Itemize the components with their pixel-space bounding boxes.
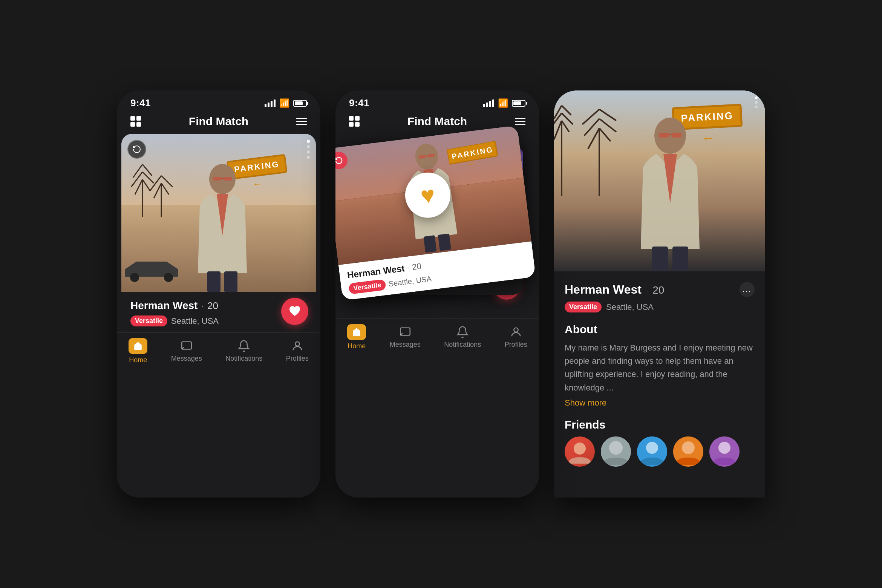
more-dots-icon: ... [743,285,752,294]
front-age-2: 20 [412,261,422,272]
nav-messages-2[interactable]: Messages [390,326,421,349]
person-svg-1 [185,160,260,292]
status-time-2: 9:41 [349,97,369,109]
svg-point-28 [574,443,586,455]
detail-name-row: Herman West · 20 ... [565,282,755,297]
svg-rect-1 [207,271,220,292]
grid-icon-2[interactable] [349,116,360,127]
undo-button-1[interactable] [127,140,146,159]
friends-title: Friends [565,418,755,431]
svg-rect-23 [659,133,669,138]
card-age-1: 20 [207,300,218,312]
notifications-icon-1 [237,340,250,352]
nav-home-label-2: Home [348,342,366,350]
svg-point-14 [414,142,439,171]
svg-rect-26 [652,247,668,271]
home-icon-1 [129,338,147,354]
nav-messages-label-2: Messages [390,341,421,349]
svg-line-17 [426,156,427,156]
like-button-1[interactable] [281,298,308,325]
nav-notifications-1[interactable]: Notifications [225,340,262,363]
nav-messages-1[interactable]: Messages [171,340,202,363]
show-more-button[interactable]: Show more [565,398,755,408]
detail-age: 20 [652,284,664,296]
about-section: About My name is Mary Burgess and I enjo… [565,323,755,408]
svg-rect-3 [213,177,221,181]
status-icons-2: 📶 [483,98,525,108]
top-nav-1: Find Match [117,112,320,134]
profiles-icon-2 [510,326,522,338]
detail-tags: Versatile Seattle, USA [565,302,755,312]
battery-icon-1 [293,100,307,107]
nav-title-1: Find Match [189,115,248,128]
messages-icon-2 [399,326,412,338]
nav-home-2[interactable]: Home [347,324,366,350]
friend-avatar-3[interactable] [637,436,667,467]
phone-1: 9:41 📶 Find Ma [117,90,320,498]
detail-photo-dots [755,96,758,108]
messages-icon-1 [180,340,193,352]
card-area-1: PARKING ← [117,134,320,332]
front-tag-2: Versatile [348,279,386,294]
card-front-2: PARKING ← [335,125,536,300]
nav-notifications-label-1: Notifications [225,355,262,363]
svg-rect-18 [424,235,437,253]
home-icon-2 [347,324,366,340]
svg-point-34 [682,441,695,454]
notifications-icon-2 [456,326,469,338]
detail-info: Herman West · 20 ... Versatile Seattle, … [554,271,765,474]
photo-dots-1 [307,140,310,159]
profile-card-1: PARKING ← [121,134,316,332]
grid-icon-1[interactable] [130,116,141,127]
nav-profiles-label-2: Profiles [505,341,527,349]
menu-icon-1[interactable] [296,118,307,125]
signal-icon-1 [265,100,276,107]
friend-avatar-4[interactable] [673,436,703,467]
menu-icon-2[interactable] [515,118,525,125]
svg-point-36 [718,442,730,454]
nav-profiles-2[interactable]: Profiles [505,326,527,349]
status-time-1: 9:41 [130,97,151,109]
svg-point-6 [130,273,139,282]
profile-detail-panel: PARKING ← [554,90,765,498]
svg-rect-27 [672,247,688,271]
about-title: About [565,323,755,336]
svg-rect-2 [224,271,237,292]
person-svg-detail [621,113,719,271]
nav-title-2: Find Match [407,115,467,128]
versatile-tag-1: Versatile [130,315,167,326]
detail-photo: PARKING ← [554,90,765,271]
detail-name: Herman West [565,283,642,296]
nav-profiles-1[interactable]: Profiles [286,340,309,363]
svg-rect-24 [672,133,681,138]
card-image-1: PARKING ← [121,134,316,292]
nav-profiles-label-1: Profiles [286,355,309,363]
swipe-area-2: Jo... Versatile Seattle, USA [335,134,539,318]
friends-row [565,436,755,467]
card-location-1: Seattle, USA [171,316,219,326]
svg-point-32 [646,442,658,454]
status-icons-1: 📶 [265,98,307,108]
nav-notifications-label-2: Notifications [444,341,481,349]
detail-location: Seattle, USA [606,302,654,312]
bottom-nav-2: Home Messages Notifications [335,318,539,361]
car-svg-1 [121,254,182,284]
card-stack-2: Jo... Versatile Seattle, USA [340,134,534,318]
friend-avatar-2[interactable] [601,436,631,467]
svg-point-9 [295,342,299,346]
more-options-button[interactable]: ... [740,282,755,297]
phone-2: 9:41 📶 Find Ma [335,90,539,498]
friend-avatar-1[interactable] [565,436,595,467]
bottom-nav-1: Home Messages Notifications [117,332,320,375]
nav-messages-label-1: Messages [171,355,202,363]
about-text: My name is Mary Burgess and I enjoy meet… [565,341,755,394]
svg-rect-4 [224,177,232,181]
versatile-tag-detail: Versatile [565,302,602,312]
friend-avatar-5[interactable] [709,436,740,467]
svg-point-30 [609,441,623,455]
status-bar-2: 9:41 📶 [335,90,539,112]
nav-home-1[interactable]: Home [129,338,147,364]
card-tags-1: Versatile Seattle, USA [130,315,307,326]
nav-notifications-2[interactable]: Notifications [444,326,481,349]
wifi-icon-2: 📶 [498,98,508,108]
